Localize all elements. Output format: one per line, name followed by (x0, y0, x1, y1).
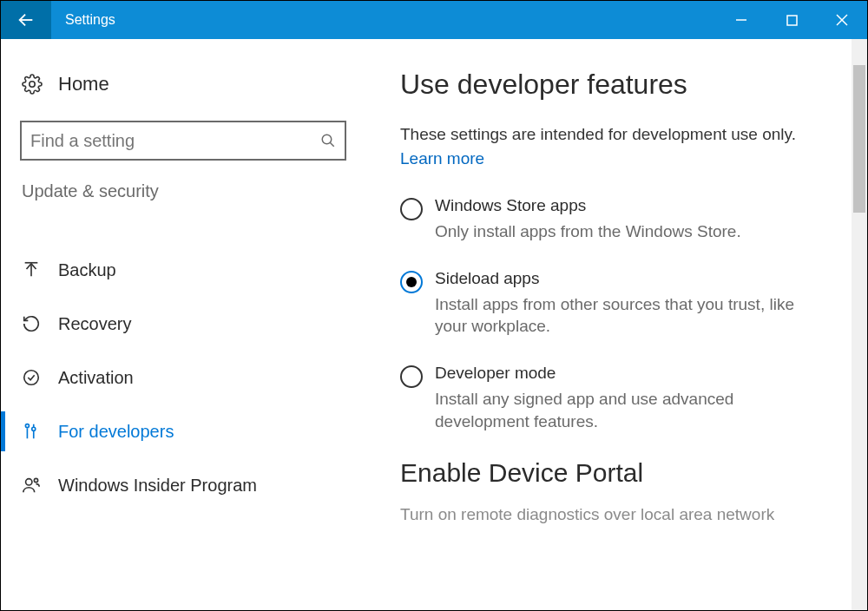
title-bar: Settings (1, 1, 867, 39)
backup-icon (22, 260, 41, 279)
learn-more-link[interactable]: Learn more (400, 149, 484, 168)
radio-windows-store-apps[interactable]: Windows Store apps Only install apps fro… (400, 196, 832, 243)
sidebar-item-for-developers[interactable]: For developers (1, 404, 365, 458)
sidebar-item-label: Recovery (58, 314, 131, 334)
window-title: Settings (51, 1, 129, 39)
radio-icon (400, 271, 423, 293)
home-label: Home (58, 73, 109, 95)
home-button[interactable]: Home (1, 65, 365, 103)
arrow-left-icon (16, 10, 36, 30)
sidebar-item-label: Activation (58, 368, 134, 388)
radio-label: Sideload apps (435, 269, 817, 288)
insider-icon (22, 476, 41, 495)
page-title: Use developer features (400, 69, 832, 101)
sidebar-item-recovery[interactable]: Recovery (1, 297, 365, 351)
svg-line-7 (330, 142, 334, 147)
developers-icon (22, 422, 41, 441)
radio-icon (400, 198, 423, 220)
sidebar-item-label: Backup (58, 260, 116, 280)
radio-description: Install any signed app and use advanced … (435, 388, 817, 432)
main-content: Use developer features These settings ar… (365, 39, 867, 610)
svg-point-11 (25, 424, 29, 428)
back-button[interactable] (1, 1, 51, 39)
sidebar-item-activation[interactable]: Activation (1, 351, 365, 404)
scroll-thumb[interactable] (853, 65, 865, 213)
maximize-button[interactable] (766, 1, 817, 39)
section-heading-device-portal: Enable Device Portal (400, 458, 832, 488)
search-box[interactable] (20, 121, 346, 161)
sidebar-item-backup[interactable]: Backup (1, 243, 365, 297)
svg-point-13 (32, 427, 36, 430)
minimize-button[interactable] (716, 1, 766, 39)
sidebar-item-label: For developers (58, 422, 174, 442)
device-portal-description: Turn on remote diagnostics over local ar… (400, 503, 817, 526)
recovery-icon (22, 314, 41, 333)
radio-description: Install apps from other sources that you… (435, 293, 817, 338)
activation-icon (22, 368, 41, 387)
radio-description: Only install apps from the Windows Store… (435, 220, 741, 243)
page-subtitle: These settings are intended for developm… (400, 125, 832, 144)
sidebar: Home Update & security Backup Reco (1, 39, 365, 610)
svg-point-10 (24, 371, 39, 385)
svg-point-5 (30, 82, 35, 87)
minimize-icon (735, 14, 747, 26)
radio-sideload-apps[interactable]: Sideload apps Install apps from other so… (400, 269, 832, 338)
svg-point-6 (322, 135, 332, 144)
radio-label: Developer mode (435, 364, 817, 383)
search-icon (320, 133, 336, 148)
gear-icon (22, 74, 43, 95)
radio-label: Windows Store apps (435, 196, 741, 215)
sidebar-section-label: Update & security (1, 181, 365, 201)
svg-point-16 (26, 479, 32, 485)
svg-point-17 (34, 478, 37, 482)
maximize-icon (786, 15, 798, 26)
sidebar-item-label: Windows Insider Program (58, 476, 257, 496)
radio-developer-mode[interactable]: Developer mode Install any signed app an… (400, 364, 832, 432)
search-input[interactable] (30, 131, 320, 151)
vertical-scrollbar[interactable] (852, 39, 867, 610)
radio-icon (400, 365, 423, 388)
close-icon (836, 14, 848, 26)
sidebar-item-windows-insider[interactable]: Windows Insider Program (1, 458, 365, 512)
close-button[interactable] (817, 1, 867, 39)
svg-rect-2 (787, 16, 797, 25)
